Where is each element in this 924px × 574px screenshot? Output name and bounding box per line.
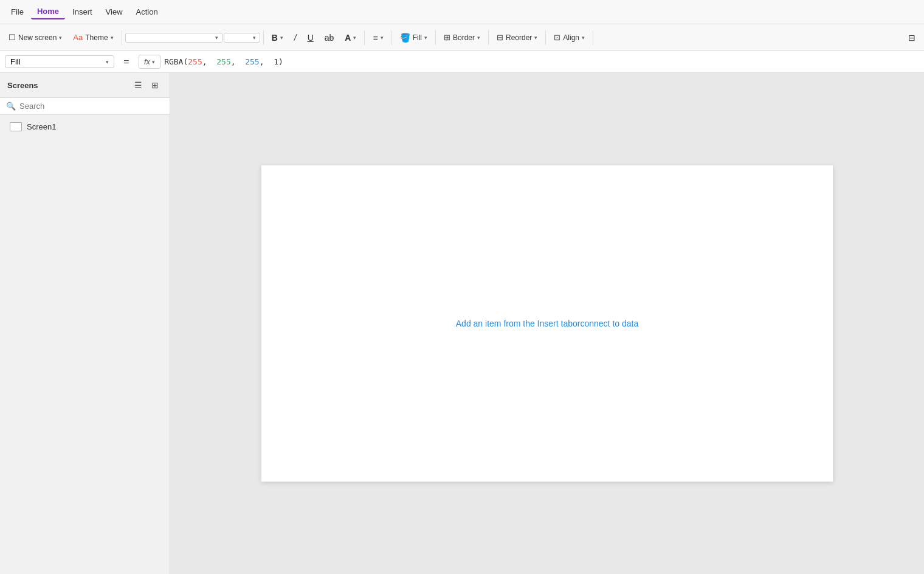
align-objects-icon: ⊡ <box>554 33 560 42</box>
search-box: 🔍 <box>0 98 170 115</box>
bold-icon: B <box>272 33 278 43</box>
border-label: Border <box>453 33 475 42</box>
font-color-button[interactable]: A ▾ <box>340 30 361 45</box>
rgba-comma-3: , <box>260 57 274 66</box>
fill-icon: 🪣 <box>400 33 410 43</box>
align-chevron-icon: ▾ <box>381 35 384 41</box>
menu-item-home[interactable]: Home <box>31 4 65 19</box>
align-objects-label: Align <box>563 33 579 42</box>
align-icon: ≡ <box>373 33 378 43</box>
list-view-button[interactable]: ☰ <box>131 78 145 92</box>
separator-3 <box>364 30 365 45</box>
underline-icon: U <box>308 33 314 43</box>
border-icon: ⊞ <box>444 33 450 42</box>
hint-data-link[interactable]: connect to data <box>580 319 638 328</box>
font-color-icon: A <box>345 33 351 43</box>
fx-button[interactable]: fx ▾ <box>139 55 160 69</box>
canvas-area[interactable]: Add an item from the Insert tab or conne… <box>170 73 924 574</box>
menu-item-view[interactable]: View <box>100 5 129 19</box>
canvas-frame: Add an item from the Insert tab or conne… <box>261 165 833 482</box>
screen-icon: ☐ <box>9 33 16 42</box>
sidebar-header: Screens ☰ ⊞ <box>0 73 170 98</box>
formula-bar: Fill ▾ = fx ▾ RGBA( 255 , 255 , 255 , 1 … <box>0 51 924 73</box>
screens-list: Screen1 <box>0 115 170 139</box>
screen-thumbnail <box>10 122 22 131</box>
new-screen-label: New screen <box>18 33 57 42</box>
screen-name: Screen1 <box>27 122 56 131</box>
theme-label: Theme <box>85 33 108 42</box>
reorder-chevron-icon: ▾ <box>534 35 537 41</box>
theme-button[interactable]: Aa Theme ▾ <box>68 30 118 44</box>
fx-label: fx <box>144 57 150 66</box>
rgba-comma-1: , <box>202 57 216 66</box>
rgba-suffix: ) <box>278 57 283 66</box>
separator-5 <box>435 30 436 45</box>
separator-2 <box>263 30 264 45</box>
rgba-r-value: 255 <box>188 57 202 66</box>
fill-selector-chevron-icon: ▾ <box>106 59 109 65</box>
rgba-b-value: 255 <box>245 57 259 66</box>
equals-icon: = <box>123 57 129 67</box>
canvas-hint: Add an item from the Insert tab or conne… <box>456 319 638 328</box>
sidebar: Screens ☰ ⊞ 🔍 Screen1 <box>0 73 170 574</box>
equals-button[interactable]: = <box>118 54 135 71</box>
font-chevron-icon: ▾ <box>215 35 218 41</box>
italic-icon: / <box>294 33 297 43</box>
fill-selector[interactable]: Fill ▾ <box>5 55 114 68</box>
separator-1 <box>122 30 122 45</box>
separator-4 <box>391 30 392 45</box>
new-screen-chevron-icon: ▾ <box>59 35 62 41</box>
fill-chevron-icon: ▾ <box>424 35 427 41</box>
border-button[interactable]: ⊞ Border ▾ <box>439 30 485 44</box>
font-color-chevron-icon: ▾ <box>353 35 356 41</box>
bold-button[interactable]: B ▾ <box>267 30 288 45</box>
reorder-button[interactable]: ⊟ Reorder ▾ <box>492 30 542 44</box>
fx-chevron-icon: ▾ <box>152 59 155 65</box>
toolbar: ☐ New screen ▾ Aa Theme ▾ ▾ ▾ B ▾ / U ab… <box>0 24 924 51</box>
menu-item-action[interactable]: Action <box>130 5 164 19</box>
menu-item-insert[interactable]: Insert <box>66 5 98 19</box>
new-screen-button[interactable]: ☐ New screen ▾ <box>4 30 67 44</box>
sidebar-view-buttons: ☰ ⊞ <box>131 78 162 92</box>
rgba-prefix: RGBA( <box>164 57 188 66</box>
font-size-dropdown[interactable]: ▾ <box>224 33 260 43</box>
extra-button[interactable]: ⊟ <box>903 30 920 45</box>
hint-or: or <box>573 319 580 328</box>
screen-item[interactable]: Screen1 <box>2 119 167 135</box>
extra-icon: ⊟ <box>908 33 915 43</box>
fill-selector-value: Fill <box>10 57 21 66</box>
theme-icon: Aa <box>73 33 83 42</box>
font-size-chevron-icon: ▾ <box>253 35 256 41</box>
font-dropdown[interactable]: ▾ <box>125 33 222 43</box>
search-icon: 🔍 <box>6 102 16 111</box>
menu-item-file[interactable]: File <box>5 5 30 19</box>
sidebar-title: Screens <box>7 81 38 90</box>
theme-chevron-icon: ▾ <box>111 35 114 41</box>
search-input[interactable] <box>19 102 164 111</box>
main-layout: Screens ☰ ⊞ 🔍 Screen1 Add an <box>0 73 924 574</box>
reorder-icon: ⊟ <box>497 33 503 42</box>
menu-bar: File Home Insert View Action <box>0 0 924 24</box>
rgba-comma-2: , <box>231 57 245 66</box>
list-view-icon: ☰ <box>134 80 142 90</box>
align-objects-button[interactable]: ⊡ Align ▾ <box>549 30 590 44</box>
align-objects-chevron-icon: ▾ <box>582 35 585 41</box>
separator-7 <box>545 30 546 45</box>
fill-button[interactable]: 🪣 Fill ▾ <box>395 30 432 45</box>
strikethrough-icon: ab <box>325 33 334 43</box>
hint-insert-link[interactable]: Add an item from the Insert tab <box>456 319 573 328</box>
align-button[interactable]: ≡ ▾ <box>368 30 388 45</box>
grid-view-icon: ⊞ <box>151 80 159 90</box>
italic-button[interactable]: / <box>289 30 302 45</box>
reorder-label: Reorder <box>506 33 532 42</box>
formula-display: RGBA( 255 , 255 , 255 , 1 ) <box>164 57 283 66</box>
underline-button[interactable]: U <box>303 30 319 45</box>
grid-view-button[interactable]: ⊞ <box>148 78 162 92</box>
fill-label: Fill <box>413 33 422 42</box>
strikethrough-button[interactable]: ab <box>320 30 339 45</box>
rgba-g-value: 255 <box>216 57 230 66</box>
rgba-a-value: 1 <box>274 57 278 66</box>
separator-8 <box>593 30 593 45</box>
border-chevron-icon: ▾ <box>477 35 480 41</box>
separator-6 <box>488 30 489 45</box>
